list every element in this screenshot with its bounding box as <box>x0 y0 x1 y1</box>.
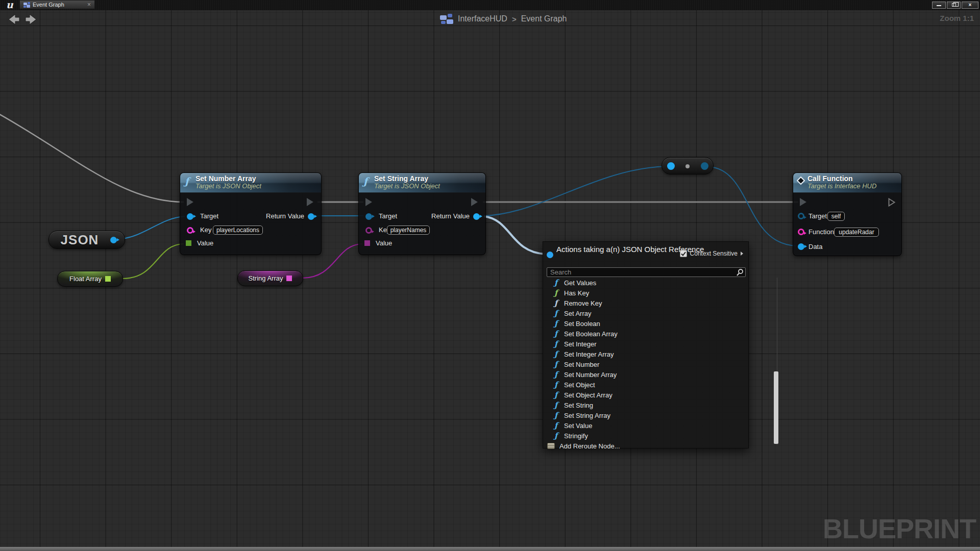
value-pin[interactable] <box>364 240 370 246</box>
blueprint-graph-canvas[interactable]: BLUEPRINT <box>0 10 980 547</box>
node-header: ƒ Set Number Array Target is JSON Object <box>180 173 321 193</box>
exec-in-pin[interactable] <box>800 198 806 206</box>
menu-item-set-value[interactable]: ƒSet Value <box>543 420 745 431</box>
node-subtitle: Target is JSON Object <box>195 182 317 190</box>
menu-item-set-string[interactable]: ƒSet String <box>543 400 745 410</box>
json-output-pin[interactable] <box>110 237 117 243</box>
reroute-output-pin[interactable] <box>701 162 708 170</box>
exec-out-pin[interactable] <box>307 198 313 206</box>
menu-item-set-number-array[interactable]: ƒSet Number Array <box>543 369 745 380</box>
function-pin[interactable] <box>798 229 804 235</box>
menu-item-has-key[interactable]: ƒHas Key <box>543 288 745 298</box>
target-value-input[interactable] <box>827 212 845 221</box>
context-menu: Actions taking a(n) JSON Object Referenc… <box>543 241 749 448</box>
menu-item-label: Set String Array <box>564 412 610 419</box>
function-icon: ƒ <box>554 411 559 420</box>
key-pin[interactable] <box>187 227 193 234</box>
node-reroute[interactable] <box>662 157 714 174</box>
menu-item-set-object[interactable]: ƒSet Object <box>543 380 745 390</box>
node-string-array-variable[interactable]: String Array <box>237 270 303 286</box>
data-pin[interactable] <box>798 243 804 250</box>
function-value-input[interactable] <box>834 228 879 237</box>
tab-close-icon[interactable]: × <box>87 2 91 7</box>
node-set-number-array[interactable]: ƒ Set Number Array Target is JSON Object… <box>180 172 322 255</box>
node-json-variable[interactable]: JSON <box>48 231 125 249</box>
function-icon: ƒ <box>363 176 368 187</box>
menu-item-set-string-array[interactable]: ƒSet String Array <box>543 410 745 420</box>
search-icon <box>736 268 744 277</box>
menu-item-label: Add Reroute Node... <box>559 442 620 450</box>
node-set-string-array[interactable]: ƒ Set String Array Target is JSON Object… <box>358 172 486 255</box>
expander-arrow-icon[interactable] <box>741 252 743 256</box>
blueprint-icon <box>440 14 453 24</box>
exec-in-pin[interactable] <box>187 198 193 206</box>
function-icon: ƒ <box>554 370 559 379</box>
dragged-pin-icon <box>547 252 553 258</box>
tab-event-graph[interactable]: Event Graph × <box>19 0 95 9</box>
checkbox-checked-icon[interactable] <box>680 250 687 257</box>
string-array-output-pin[interactable] <box>286 276 292 281</box>
menu-item-set-number[interactable]: ƒSet Number <box>543 359 745 369</box>
value-pin-label: Value <box>197 239 213 247</box>
breadcrumb-current[interactable]: Event Graph <box>521 14 567 23</box>
function-icon: ƒ <box>554 309 559 318</box>
key-pin[interactable] <box>365 227 372 234</box>
node-subtitle: Target is JSON Object <box>374 182 481 190</box>
key-value-input[interactable] <box>387 226 430 235</box>
menu-item-set-integer-array[interactable]: ƒSet Integer Array <box>543 349 745 359</box>
exec-in-pin[interactable] <box>365 198 372 206</box>
target-pin-label: Target <box>808 212 827 220</box>
menu-item-label: Set Array <box>564 310 591 317</box>
restore-button[interactable] <box>947 2 961 9</box>
reroute-node-icon <box>547 443 555 449</box>
scrollbar-thumb[interactable] <box>774 371 778 444</box>
value-pin[interactable] <box>186 240 191 246</box>
menu-item-label: Set Boolean <box>564 320 600 328</box>
exec-out-pin[interactable] <box>471 198 478 206</box>
zoom-indicator: Zoom 1:1 <box>940 14 974 22</box>
reroute-input-pin[interactable] <box>667 162 675 170</box>
context-sensitive-label: Context Sensitive <box>690 250 738 257</box>
target-pin-label: Target <box>379 212 397 220</box>
reroute-dot-icon <box>685 164 690 168</box>
return-value-pin-label: Return Value <box>266 212 304 220</box>
key-value-input[interactable] <box>213 226 263 235</box>
target-pin[interactable] <box>365 213 372 220</box>
breadcrumb-root[interactable]: InterfaceHUD <box>458 14 507 23</box>
back-arrow-button[interactable] <box>6 13 21 26</box>
node-float-array-variable[interactable]: Float Array <box>57 271 123 287</box>
menu-item-label: Stringify <box>564 432 588 440</box>
target-pin[interactable] <box>187 213 193 220</box>
close-icon: × <box>969 2 972 8</box>
float-array-output-pin[interactable] <box>105 276 111 282</box>
return-value-pin[interactable] <box>473 213 480 220</box>
menu-item-get-values[interactable]: ƒGet Values <box>543 278 745 288</box>
menu-item-label: Has Key <box>564 289 589 297</box>
function-icon: ƒ <box>554 298 559 308</box>
forward-arrow-button[interactable] <box>23 13 39 26</box>
function-icon: ƒ <box>554 390 559 399</box>
menu-item-stringify[interactable]: ƒStringify <box>543 431 745 441</box>
menu-item-set-array[interactable]: ƒSet Array <box>543 308 745 318</box>
return-value-pin[interactable] <box>308 213 314 220</box>
menu-item-set-object-array[interactable]: ƒSet Object Array <box>543 390 745 400</box>
menu-item-label: Set Object <box>564 381 595 389</box>
menu-item-add-reroute-node[interactable]: Add Reroute Node... <box>543 441 745 451</box>
node-title: Set Number Array <box>195 174 317 183</box>
target-pin[interactable] <box>798 213 804 219</box>
key-pin-label: Key <box>200 226 211 234</box>
target-pin-label: Target <box>200 212 218 220</box>
exec-out-pin[interactable] <box>888 198 896 207</box>
minimize-button[interactable] <box>932 2 946 9</box>
menu-item-set-boolean[interactable]: ƒSet Boolean <box>543 318 745 329</box>
menu-item-set-integer[interactable]: ƒSet Integer <box>543 339 745 349</box>
menu-item-set-boolean-array[interactable]: ƒSet Boolean Array <box>543 329 745 339</box>
node-call-function[interactable]: Call Function Target is Interface HUD Ta… <box>793 172 902 256</box>
search-input[interactable] <box>547 267 746 277</box>
context-sensitive-toggle[interactable]: Context Sensitive <box>680 250 743 257</box>
menu-item-remove-key[interactable]: ƒRemove Key <box>543 298 745 308</box>
window-bottom-border <box>0 547 980 551</box>
close-button[interactable]: × <box>962 2 978 9</box>
node-header: Call Function Target is Interface HUD <box>793 173 901 193</box>
event-diamond-icon <box>797 177 805 185</box>
